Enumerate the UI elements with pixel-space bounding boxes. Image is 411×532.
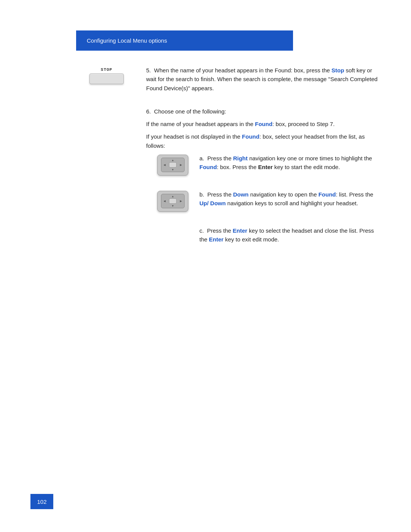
- sub-c-text: c. Press the Enter key to select the hea…: [199, 226, 381, 247]
- sub-c-enter2: Enter: [209, 236, 223, 243]
- page-wrapper: Configuring Local Menu options Stop 5. W…: [0, 0, 411, 532]
- step-5-text: 5. When the name of your headset appears…: [137, 66, 381, 96]
- nav-arrow-right-b: ►: [179, 199, 183, 203]
- nav-arrow-left-a: ◄: [163, 163, 166, 167]
- sub-b-text: b. Press the Down navigation key to open…: [199, 190, 381, 211]
- page-number-box: 102: [30, 494, 53, 509]
- sub-a-found: Found: [199, 164, 217, 170]
- sub-b-t1: Press the: [207, 191, 233, 198]
- nav-arrow-right-a: ►: [179, 163, 183, 167]
- sub-c-label: c.: [199, 227, 204, 234]
- sub-a-t3: : box. Press the: [217, 164, 258, 170]
- step-5-number: 5.: [146, 67, 151, 73]
- sub-b-label: b.: [199, 191, 204, 198]
- sub-c-t1: Press the: [207, 227, 233, 234]
- sub-b-paragraph: b. Press the Down navigation key to open…: [199, 190, 381, 208]
- sub-b-updown: Up/ Down: [199, 200, 226, 206]
- sub-a-enter: Enter: [258, 164, 272, 170]
- sub-a-image: ▲ ◄ ► ▼: [146, 154, 199, 177]
- sub-a-section: ▲ ◄ ► ▼ a.: [146, 154, 381, 177]
- step-6-found-text: If the name of your headset appears in t…: [146, 120, 381, 128]
- nav-device-b: ▲ ◄ ► ▼: [157, 191, 188, 212]
- step-6-found1: If the name of your headset appears in t…: [146, 121, 255, 127]
- step-6-nf-bold: Found: [242, 133, 260, 140]
- nav-device-inner-b: ▲ ◄ ► ▼: [161, 194, 185, 208]
- step-6-found-bold: Found: [255, 121, 272, 127]
- sub-a-right: Right: [233, 155, 247, 161]
- content-area: Stop 5. When the name of your headset ap…: [76, 66, 381, 260]
- step-5-image: Stop: [76, 66, 137, 84]
- sub-c-paragraph: c. Press the Enter key to select the hea…: [199, 226, 381, 244]
- sub-a-t2: navigation key one or more times to high…: [248, 155, 372, 161]
- step-6-text: 6. Choose one of the following: If the n…: [137, 107, 381, 260]
- step-5-text1: When the name of your headset appears in…: [154, 67, 331, 73]
- step-5-paragraph: 5. When the name of your headset appears…: [146, 66, 381, 93]
- nav-device-inner-a: ▲ ◄ ► ▼: [161, 158, 185, 172]
- sub-item-a: ▲ ◄ ► ▼ a.: [146, 154, 381, 184]
- sub-b-section: ▲ ◄ ► ▼ b.: [146, 190, 381, 213]
- nav-label-top-a: ▲: [172, 159, 174, 161]
- step-6-nf1: If your headset is not displayed in the: [146, 133, 242, 140]
- alpha-list: ▲ ◄ ► ▼ a.: [146, 154, 381, 254]
- sub-a-text: a. Press the Right navigation key one or…: [199, 154, 381, 175]
- step-5-stop: Stop: [331, 67, 344, 73]
- sub-a-t1: Press the: [207, 155, 233, 161]
- step-6-number: 6.: [146, 108, 151, 115]
- sub-item-b: ▲ ◄ ► ▼ b.: [146, 190, 381, 220]
- sub-a-paragraph: a. Press the Right navigation key one or…: [199, 154, 381, 172]
- sub-c-enter1: Enter: [233, 227, 247, 234]
- step-6-image-empty: [76, 107, 137, 109]
- nav-label-bottom-b: ▼: [172, 204, 174, 207]
- sub-c-section: c. Press the Enter key to select the hea…: [146, 226, 381, 247]
- sub-a-t4: key to start the edit mode.: [273, 164, 340, 170]
- step-6-row: 6. Choose one of the following: If the n…: [76, 107, 381, 260]
- header-title: Configuring Local Menu options: [87, 37, 167, 44]
- stop-label-text: Stop: [101, 67, 112, 72]
- step-6-header: 6. Choose one of the following:: [146, 107, 381, 116]
- sub-c-t3: key to exit edit mode.: [223, 236, 279, 243]
- page-footer: 102: [30, 494, 53, 509]
- step-6-found2: : box, proceed to Step 7.: [272, 121, 335, 127]
- nav-center-b: [169, 198, 177, 204]
- stop-key-visual: [89, 73, 124, 84]
- nav-arrow-left-b: ◄: [163, 199, 166, 203]
- step-6-notfound-text: If your headset is not displayed in the …: [146, 132, 381, 150]
- sub-c-image-empty: [146, 226, 199, 227]
- nav-label-bottom-a: ▼: [172, 168, 174, 171]
- step-5-row: Stop 5. When the name of your headset ap…: [76, 66, 381, 96]
- nav-center-a: [169, 162, 177, 168]
- sub-b-down: Down: [233, 191, 249, 198]
- sub-b-t2: navigation key to open the: [249, 191, 318, 198]
- stop-button-img: Stop: [89, 67, 124, 84]
- page-number: 102: [37, 498, 46, 505]
- header-banner: Configuring Local Menu options: [76, 30, 293, 51]
- sub-b-t3: : list. Press the: [336, 191, 373, 198]
- sub-item-c: c. Press the Enter key to select the hea…: [146, 226, 381, 254]
- sub-b-t4: navigation keys to scroll and highlight …: [226, 200, 358, 206]
- nav-device-a: ▲ ◄ ► ▼: [157, 155, 188, 176]
- step-6-header-text: Choose one of the following:: [154, 108, 226, 115]
- nav-label-top-b: ▲: [172, 195, 174, 198]
- sub-b-image: ▲ ◄ ► ▼: [146, 190, 199, 213]
- sub-b-found: Found: [319, 191, 336, 198]
- sub-a-label: a.: [199, 155, 204, 161]
